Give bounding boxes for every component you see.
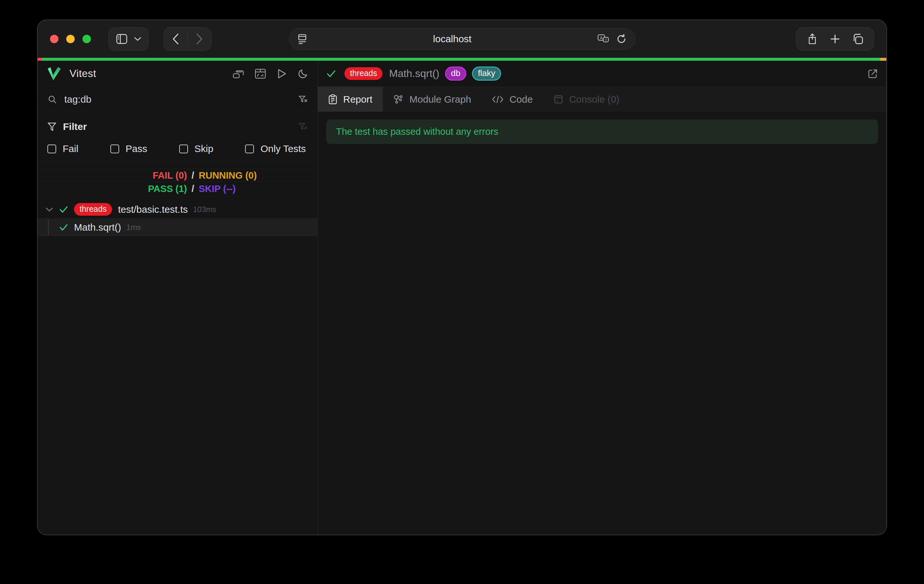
tag-badge-db: db <box>445 66 466 81</box>
fail-count: FAIL (0) <box>38 170 187 181</box>
reader-icon[interactable] <box>297 33 307 45</box>
app-title: Vitest <box>69 68 96 79</box>
translate-icon[interactable]: A ☆ <box>597 34 609 44</box>
checkbox-label: Only Tests <box>261 143 306 154</box>
summary-separator: / <box>187 184 199 194</box>
reload-icon[interactable] <box>616 34 627 44</box>
test-detail-panel: threads Math.sqrt() db flaky <box>318 61 886 534</box>
skip-count: SKIP (--) <box>199 184 317 194</box>
chevron-down-icon <box>134 37 141 41</box>
close-window-button[interactable] <box>50 35 58 43</box>
test-case-row[interactable]: Math.sqrt() 1ms <box>38 218 317 236</box>
url-text[interactable]: localhost <box>307 33 597 45</box>
test-detail-header: threads Math.sqrt() db flaky <box>318 61 886 87</box>
tab-console[interactable]: Console (0) <box>543 87 630 112</box>
summary-separator: / <box>187 170 199 181</box>
search-bar[interactable]: tag:db <box>38 87 317 112</box>
pass-count: PASS (1) <box>38 184 187 194</box>
pass-check-icon <box>59 205 68 213</box>
vitest-logo-icon <box>47 66 62 81</box>
summary-row: PASS (1) / SKIP (--) <box>38 182 317 196</box>
tab-label: Report <box>343 94 372 105</box>
tag-badge-flaky: flaky <box>472 66 501 81</box>
sidebar-toggle-button[interactable] <box>109 27 149 51</box>
pool-badge: threads <box>74 203 112 216</box>
checkbox-label: Pass <box>125 143 147 154</box>
test-case-name: Math.sqrt() <box>74 222 121 233</box>
checkbox-icon[interactable] <box>245 144 254 153</box>
address-bar[interactable]: localhost A ☆ <box>289 28 635 50</box>
back-button[interactable] <box>164 27 187 51</box>
console-icon <box>554 94 563 104</box>
test-file-name: test/basic.test.ts <box>118 204 188 215</box>
checkbox-label: Fail <box>63 143 78 154</box>
forward-button[interactable] <box>188 27 211 51</box>
tab-label: Code <box>510 94 533 105</box>
test-pass-banner: The test has passed without any errors <box>326 119 878 144</box>
detail-tab-bar: Report Module Graph <box>318 87 886 112</box>
toolbar-right-buttons <box>796 27 874 51</box>
module-graph-icon <box>393 94 404 104</box>
clear-filter-icon-disabled <box>298 122 308 132</box>
tab-code[interactable]: Code <box>482 87 543 112</box>
test-explorer-sidebar: Vitest <box>38 61 318 534</box>
browser-toolbar: localhost A ☆ <box>38 20 886 58</box>
test-file-duration: 103ms <box>193 205 216 214</box>
report-icon <box>328 94 337 104</box>
dark-mode-icon[interactable] <box>297 68 309 79</box>
checkbox-label: Skip <box>195 143 213 154</box>
filter-checkbox-only-tests[interactable]: Only Tests <box>245 143 306 154</box>
sidebar-header: Vitest <box>38 61 317 87</box>
pool-badge: threads <box>345 67 383 80</box>
test-tree: threads test/basic.test.ts 103ms Math.sq… <box>38 200 317 236</box>
test-run-summary: FAIL (0) / RUNNING (0) PASS (1) / SKIP (… <box>38 169 317 196</box>
new-tab-button[interactable] <box>824 27 846 51</box>
selected-test-name: Math.sqrt() <box>389 68 439 79</box>
navigation-buttons <box>163 27 211 51</box>
indent-guide <box>48 219 49 235</box>
filter-checkbox-fail[interactable]: Fail <box>48 143 78 154</box>
run-all-icon[interactable] <box>277 68 287 79</box>
running-count: RUNNING (0) <box>199 170 317 181</box>
pass-check-icon <box>59 223 68 231</box>
summary-row: FAIL (0) / RUNNING (0) <box>38 169 317 182</box>
clear-search-filter-icon[interactable] <box>298 94 308 104</box>
filter-label: Filter <box>63 121 87 132</box>
test-progress-bar <box>38 58 886 61</box>
test-file-row[interactable]: threads test/basic.test.ts 103ms <box>38 200 317 218</box>
tab-overview-button[interactable] <box>846 27 869 51</box>
progress-pass-segment <box>42 58 880 61</box>
zoom-window-button[interactable] <box>82 35 91 43</box>
pass-check-icon <box>326 69 336 78</box>
progress-pending-segment <box>880 58 886 61</box>
code-icon <box>492 95 503 104</box>
tab-report[interactable]: Report <box>318 87 383 112</box>
tab-module-graph[interactable]: Module Graph <box>383 87 482 112</box>
search-input[interactable]: tag:db <box>64 94 298 105</box>
window-controls <box>50 35 91 43</box>
test-case-duration: 1ms <box>126 223 141 232</box>
svg-text:☆: ☆ <box>604 38 607 41</box>
sidebar-toggle-icon <box>116 34 128 44</box>
share-button[interactable] <box>801 27 824 51</box>
minimize-window-button[interactable] <box>66 35 75 43</box>
filter-checkbox-pass[interactable]: Pass <box>111 143 147 154</box>
svg-text:A: A <box>600 35 603 40</box>
tab-label: Module Graph <box>409 94 471 105</box>
checkbox-icon[interactable] <box>48 144 56 153</box>
filter-section: Filter Fail Pass <box>38 112 317 165</box>
open-in-editor-icon[interactable] <box>868 68 878 79</box>
filter-checkbox-skip[interactable]: Skip <box>179 143 213 154</box>
search-icon <box>48 94 57 104</box>
filter-icon <box>48 122 56 132</box>
tab-label: Console (0) <box>569 94 619 105</box>
collapse-tests-icon[interactable] <box>233 68 244 79</box>
checkbox-icon[interactable] <box>179 144 188 153</box>
checkbox-icon[interactable] <box>111 144 119 153</box>
browser-window: localhost A ☆ <box>37 20 887 535</box>
progress-fail-segment <box>38 58 42 61</box>
chevron-down-icon[interactable] <box>45 207 53 212</box>
dashboard-icon[interactable] <box>254 68 266 79</box>
